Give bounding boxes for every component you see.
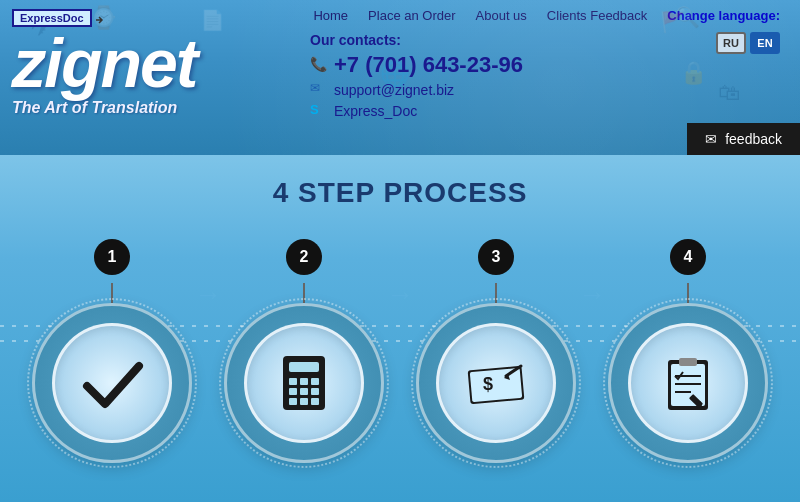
contacts-area: Our contacts: 📞 +7 (701) 643-23-96 ✉ sup… xyxy=(310,32,523,123)
arrow-1: → xyxy=(194,279,222,311)
arrow-3: → xyxy=(578,279,606,311)
step-3-outer-ring: $ xyxy=(416,303,576,463)
phone-icon: 📞 xyxy=(310,56,328,74)
email-icon: ✉ xyxy=(310,81,328,99)
logo-text: zignet xyxy=(12,29,288,97)
steps-container: 1 → 2 xyxy=(0,209,800,463)
step-4-dots-ring xyxy=(603,298,773,468)
deco-bag-icon: 🛍 xyxy=(718,80,740,106)
step-4: 4 xyxy=(608,239,768,463)
feedback-label: feedback xyxy=(725,131,782,147)
step-1: 1 xyxy=(32,239,192,463)
step-1-outer-ring xyxy=(32,303,192,463)
header: ✈ ⌚ 📄 🔍 🛍 🌐 🔒 🚩 Home Place an Order Abou… xyxy=(0,0,800,155)
step-3-number: 3 xyxy=(478,239,514,275)
email-address: support@zignet.biz xyxy=(334,82,454,98)
phone-contact: 📞 +7 (701) 643-23-96 xyxy=(310,52,523,78)
logo-area: ExpressDoc zignet The Art of Translation xyxy=(0,0,300,155)
skype-contact: S Express_Doc xyxy=(310,102,523,120)
step-2-number: 2 xyxy=(286,239,322,275)
phone-number: +7 (701) 643-23-96 xyxy=(334,52,523,78)
express-doc-text: ExpressDoc xyxy=(20,12,84,24)
step-3-dots-ring xyxy=(411,298,581,468)
feedback-button[interactable]: ✉ feedback xyxy=(687,123,800,155)
main-content: 4 STEP PROCESS 1 → 2 xyxy=(0,155,800,502)
deco-flag-icon: 🚩 xyxy=(660,10,685,34)
change-language-label: Change language: xyxy=(667,8,780,23)
tagline-text: The Art of Translation xyxy=(12,99,177,116)
nav-about-us[interactable]: About us xyxy=(476,8,527,23)
step-3: 3 $ xyxy=(416,239,576,463)
tagline: The Art of Translation xyxy=(12,99,288,117)
lang-switcher: RU EN xyxy=(716,32,780,54)
contacts-label: Our contacts: xyxy=(310,32,523,48)
arrow-2: → xyxy=(386,279,414,311)
logo-brand: zignet xyxy=(12,25,196,101)
step-4-number: 4 xyxy=(670,239,706,275)
step-2-dots-ring xyxy=(219,298,389,468)
nav-clients-feedback[interactable]: Clients Feedback xyxy=(547,8,647,23)
email-contact: ✉ support@zignet.biz xyxy=(310,81,523,99)
skype-name: Express_Doc xyxy=(334,103,417,119)
step-4-outer-ring xyxy=(608,303,768,463)
deco-lock-icon: 🔒 xyxy=(680,60,707,86)
lang-ru-button[interactable]: RU xyxy=(716,32,746,54)
lang-en-button[interactable]: EN xyxy=(750,32,780,54)
step-1-number: 1 xyxy=(94,239,130,275)
express-doc-badge: ExpressDoc xyxy=(12,9,92,27)
deco-search-icon: 🔍 xyxy=(675,5,700,29)
step-2: 2 xyxy=(224,239,384,463)
step-2-outer-ring xyxy=(224,303,384,463)
feedback-icon: ✉ xyxy=(705,131,717,147)
step-1-dots-ring xyxy=(27,298,197,468)
step-process-title: 4 STEP PROCESS xyxy=(0,155,800,209)
nav-place-order[interactable]: Place an Order xyxy=(368,8,455,23)
skype-icon: S xyxy=(310,102,328,120)
nav-home[interactable]: Home xyxy=(313,8,348,23)
